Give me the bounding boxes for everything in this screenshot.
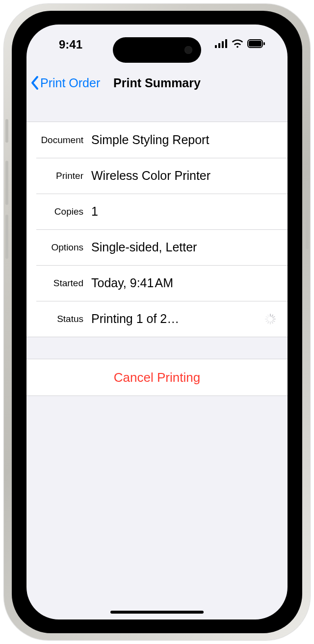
svg-line-18 <box>268 315 269 317</box>
row-value: 1 <box>91 204 278 219</box>
row-value: Wireless Color Printer <box>91 169 278 183</box>
row-value: Today, 9:41 AM <box>91 276 278 290</box>
phone-frame: 9:41 <box>4 4 310 640</box>
svg-line-15 <box>266 321 268 322</box>
phone-screen: 9:41 <box>26 25 288 619</box>
row-value: Simple Styling Report <box>91 133 278 147</box>
svg-rect-6 <box>263 42 265 45</box>
page-title: Print Summary <box>113 76 201 90</box>
side-button <box>5 119 8 143</box>
row-copies: Copies 1 <box>26 194 288 229</box>
row-document: Document Simple Styling Report <box>26 122 288 158</box>
row-started: Started Today, 9:41 AM <box>26 265 288 301</box>
svg-line-8 <box>272 315 273 317</box>
svg-rect-0 <box>215 45 217 48</box>
status-time: 9:41 <box>59 38 82 51</box>
spinner-icon <box>263 313 278 325</box>
wifi-icon <box>232 39 243 50</box>
row-label: Options <box>36 242 91 253</box>
back-button[interactable]: Print Order <box>30 66 100 100</box>
phone-bezel: 9:41 <box>12 11 302 633</box>
cancel-printing-button[interactable]: Cancel Printing <box>26 359 288 396</box>
row-label: Started <box>36 278 91 289</box>
svg-rect-2 <box>222 41 224 48</box>
cancel-printing-label: Cancel Printing <box>114 370 200 385</box>
battery-icon <box>247 39 265 50</box>
status-indicators <box>215 39 265 50</box>
row-label: Document <box>36 135 91 146</box>
row-label: Printer <box>36 171 91 181</box>
cellular-icon <box>215 39 228 50</box>
actions-group: Cancel Printing <box>26 359 288 396</box>
svg-line-14 <box>268 322 269 323</box>
back-button-label: Print Order <box>40 76 100 90</box>
volume-up-button <box>5 161 8 205</box>
svg-line-9 <box>273 317 275 318</box>
svg-line-12 <box>272 322 273 323</box>
home-indicator[interactable] <box>110 611 204 614</box>
row-label: Copies <box>36 206 91 217</box>
status-bar: 9:41 <box>26 25 288 65</box>
volume-down-button <box>5 215 8 259</box>
row-status: Status Printing 1 of 2… <box>26 301 288 337</box>
svg-rect-5 <box>249 41 262 47</box>
svg-line-17 <box>266 317 268 318</box>
svg-line-11 <box>273 321 275 322</box>
row-value: Printing 1 of 2… <box>91 312 263 326</box>
row-label: Status <box>36 314 91 324</box>
row-printer: Printer Wireless Color Printer <box>26 158 288 194</box>
chevron-left-icon <box>30 75 39 90</box>
navigation-bar: Print Order Print Summary <box>26 66 288 100</box>
svg-rect-3 <box>225 39 227 48</box>
svg-rect-1 <box>218 43 220 48</box>
row-options: Options Single-sided, Letter <box>26 229 288 265</box>
power-button <box>306 180 309 249</box>
summary-table: Document Simple Styling Report Printer W… <box>26 122 288 337</box>
row-value: Single-sided, Letter <box>91 240 278 254</box>
